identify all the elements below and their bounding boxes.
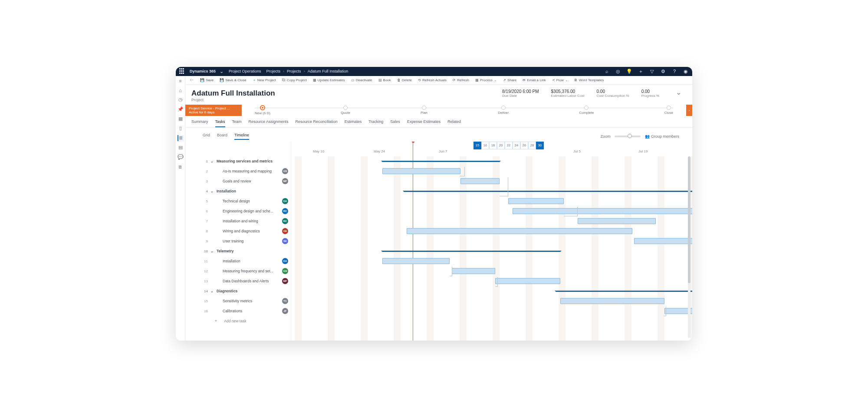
bpf-stage-new[interactable]: New (6 D) bbox=[255, 105, 270, 115]
tab-estimates[interactable]: Estimates bbox=[345, 119, 362, 127]
task-bar[interactable] bbox=[382, 258, 450, 264]
task-group-row[interactable]: 14⌄Diagnostics bbox=[200, 286, 291, 296]
task-row[interactable]: 9User trainingSE bbox=[200, 236, 291, 246]
task-bar[interactable] bbox=[513, 208, 692, 214]
grid-icon[interactable]: ▦ bbox=[178, 116, 184, 122]
task-group-row[interactable]: 4⌄Installation bbox=[200, 186, 291, 196]
copy-project-button[interactable]: ⿻ Copy Project bbox=[282, 78, 307, 82]
day-cell[interactable]: 24 bbox=[513, 142, 520, 149]
calendar-icon[interactable]: ▤ bbox=[178, 145, 184, 151]
list-icon[interactable]: ≣ bbox=[178, 135, 184, 141]
tab-related[interactable]: Related bbox=[447, 119, 461, 127]
tab-summary[interactable]: Summary bbox=[191, 119, 208, 127]
task-row[interactable]: 3Goals and reviewMF bbox=[200, 176, 291, 186]
day-cell[interactable]: 30 bbox=[536, 142, 544, 149]
refresh-actuals-button[interactable]: ⟲ Refresh Actuals bbox=[418, 78, 447, 82]
share-button[interactable]: ↗ Share bbox=[503, 78, 516, 82]
day-cell[interactable]: 26 bbox=[520, 142, 528, 149]
assignee-avatar[interactable]: JF bbox=[282, 308, 288, 314]
bpf-stage-complete[interactable]: Complete bbox=[579, 106, 594, 115]
process-button[interactable]: ▦ Process ⌄ bbox=[475, 78, 497, 82]
task-bar[interactable] bbox=[382, 168, 460, 174]
delete-button[interactable]: 🗑 Delete bbox=[397, 78, 412, 82]
menu-icon[interactable]: ≡ bbox=[178, 78, 184, 84]
breadcrumb-3[interactable]: Adatum Full Installation bbox=[308, 69, 349, 73]
group-members-button[interactable]: 👥 Group members bbox=[645, 134, 679, 139]
chevron-down-icon[interactable]: ⌄ bbox=[218, 68, 224, 74]
tab-expense-estimates[interactable]: Expense Estimates bbox=[407, 119, 441, 127]
task-bar[interactable] bbox=[508, 198, 564, 204]
assignee-avatar[interactable]: MF bbox=[282, 278, 288, 284]
page-icon[interactable]: ▯ bbox=[178, 126, 184, 132]
task-bar[interactable] bbox=[452, 268, 495, 274]
assignee-avatar[interactable]: DA bbox=[282, 198, 288, 204]
tab-resource-assignments[interactable]: Resource Assignments bbox=[249, 119, 289, 127]
pin-icon[interactable]: 📌 bbox=[178, 106, 184, 113]
back-button[interactable] bbox=[190, 78, 194, 82]
save-close-button[interactable]: 💾 Save & Close bbox=[220, 78, 246, 82]
assignee-avatar[interactable]: SE bbox=[282, 238, 288, 244]
task-group-row[interactable]: 10⌄Telemetry bbox=[200, 246, 291, 256]
add-task-button[interactable]: ＋ Add new task bbox=[200, 316, 291, 326]
summary-bar[interactable] bbox=[404, 191, 692, 192]
day-cell[interactable]: 16 bbox=[481, 142, 489, 149]
search-icon[interactable]: ⌕ bbox=[604, 68, 610, 74]
task-bar[interactable] bbox=[460, 178, 500, 184]
task-row[interactable]: 16CalibrationsJF bbox=[200, 306, 291, 316]
help-icon[interactable]: ? bbox=[671, 68, 677, 74]
refresh-button[interactable]: ⟳ Refresh bbox=[453, 78, 469, 82]
recent-icon[interactable]: ◷ bbox=[178, 97, 184, 103]
note-icon[interactable]: 🗎 bbox=[178, 164, 184, 170]
day-cell[interactable]: 15 bbox=[473, 142, 481, 149]
plus-icon[interactable]: ＋ bbox=[638, 68, 644, 74]
task-bar[interactable] bbox=[578, 218, 656, 224]
task-row[interactable]: 7Installation and wiringRC bbox=[200, 216, 291, 226]
task-row[interactable]: 2As-Is measuring and mappingGS bbox=[200, 166, 291, 176]
day-cell[interactable]: 20 bbox=[497, 142, 505, 149]
email-link-button[interactable]: ✉ Email a Link bbox=[523, 78, 546, 82]
tab-resource-reconciliation[interactable]: Resource Reconciliation bbox=[296, 119, 338, 127]
bpf-current-stage-badge[interactable]: Project Service - Project ... Active for… bbox=[185, 105, 242, 116]
gear-icon[interactable]: ⚙ bbox=[660, 68, 666, 74]
task-group-row[interactable]: 1⌄Measuring services and metrics bbox=[200, 156, 291, 166]
book-button[interactable]: ▤ Book bbox=[378, 78, 391, 82]
filter-icon[interactable]: ▽ bbox=[649, 68, 655, 74]
task-bar[interactable] bbox=[634, 238, 692, 244]
assignee-avatar[interactable]: TC bbox=[282, 298, 288, 304]
view-grid[interactable]: Grid bbox=[203, 133, 210, 140]
chevron-down-icon[interactable]: ⌄ bbox=[675, 89, 682, 96]
vertical-scrollbar[interactable] bbox=[688, 156, 690, 338]
deactivate-button[interactable]: ▭ Deactivate bbox=[351, 78, 372, 82]
home-icon[interactable]: ⌂ bbox=[178, 87, 184, 93]
zoom-slider[interactable] bbox=[615, 136, 641, 137]
assignee-avatar[interactable]: GE bbox=[282, 228, 288, 234]
task-row[interactable]: 5Technical designDA bbox=[200, 196, 291, 206]
timeline-canvas[interactable]: Sun Wed Sun 15 16 18 20 22 24 26 28 30 bbox=[291, 142, 692, 341]
task-row[interactable]: 15Sensitivity metricsTC bbox=[200, 296, 291, 306]
chat-icon[interactable]: 💬 bbox=[178, 154, 184, 160]
chevron-down-icon[interactable]: ⌄ bbox=[210, 159, 214, 163]
day-cell[interactable]: 28 bbox=[528, 142, 536, 149]
chevron-down-icon[interactable]: ⌄ bbox=[210, 249, 214, 253]
tab-tasks[interactable]: Tasks bbox=[215, 119, 225, 127]
new-project-button[interactable]: ＋ New Project bbox=[253, 78, 276, 83]
task-row[interactable]: 6Engineering design and sche...RC bbox=[200, 206, 291, 216]
bpf-advance-button[interactable]: › bbox=[686, 105, 692, 116]
summary-bar[interactable] bbox=[556, 291, 692, 292]
lightbulb-icon[interactable]: 💡 bbox=[626, 68, 632, 74]
tab-sales[interactable]: Sales bbox=[390, 119, 400, 127]
bpf-stage-deliver[interactable]: Deliver bbox=[498, 106, 509, 115]
module-name[interactable]: Project Operations bbox=[229, 69, 261, 73]
assignee-avatar[interactable]: DA bbox=[282, 258, 288, 264]
word-templates-button[interactable]: 🗎 Word Templates bbox=[574, 78, 604, 82]
bpf-stage-plan[interactable]: Plan bbox=[421, 106, 427, 115]
tab-team[interactable]: Team bbox=[232, 119, 242, 127]
app-launcher-icon[interactable] bbox=[179, 68, 185, 74]
day-ruler[interactable]: Sun Wed Sun 15 16 18 20 22 24 26 28 30 bbox=[473, 142, 544, 149]
task-bar[interactable] bbox=[407, 228, 632, 234]
task-bar[interactable] bbox=[495, 278, 560, 284]
summary-bar[interactable] bbox=[382, 161, 500, 162]
tab-tracking[interactable]: Tracking bbox=[368, 119, 383, 127]
summary-bar[interactable] bbox=[382, 251, 560, 252]
task-row[interactable]: 13Data Dashboards and AlertsMF bbox=[200, 276, 291, 286]
